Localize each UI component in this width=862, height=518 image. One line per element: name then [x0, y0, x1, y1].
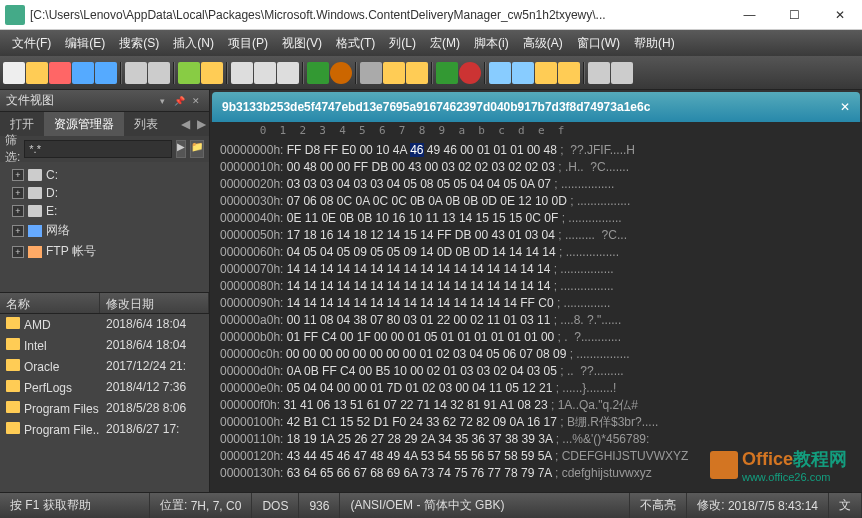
sidebar-tab[interactable]: 资源管理器 — [44, 112, 124, 137]
list2-icon[interactable] — [254, 62, 276, 84]
minimize-button[interactable]: — — [727, 0, 772, 30]
hex-row[interactable]: 00000040h: 0E 11 0E 0B 0B 10 16 10 11 13… — [220, 210, 852, 227]
print-icon[interactable] — [125, 62, 147, 84]
hex-row[interactable]: 000000b0h: 01 FF C4 00 1F 00 00 01 05 01… — [220, 329, 852, 346]
filter-input[interactable] — [24, 140, 172, 158]
hex-row[interactable]: 00000020h: 03 03 03 04 03 03 04 05 08 05… — [220, 176, 852, 193]
hex-row[interactable]: 00000000h: FF D8 FF E0 00 10 4A 46 49 46… — [220, 142, 852, 159]
close-button[interactable]: ✕ — [817, 0, 862, 30]
play-icon[interactable] — [436, 62, 458, 84]
paste-icon[interactable] — [406, 62, 428, 84]
col-name[interactable]: 名称 — [0, 293, 100, 313]
t2-icon[interactable] — [512, 62, 534, 84]
hex-row[interactable]: 00000060h: 04 05 04 05 09 05 05 09 14 0D… — [220, 244, 852, 261]
line-icon[interactable] — [178, 62, 200, 84]
window-controls: — ☐ ✕ — [727, 0, 862, 30]
t5-icon[interactable] — [588, 62, 610, 84]
menu-item[interactable]: 项目(P) — [221, 35, 275, 52]
filter-go-icon[interactable]: ▶ — [176, 140, 186, 158]
panel-close-icon[interactable]: ✕ — [189, 94, 203, 108]
file-tab-label: 9b3133b253de5f4747ebd13e7695a9167462397d… — [222, 100, 650, 114]
rec-icon[interactable] — [459, 62, 481, 84]
watermark: Office教程网 www.office26.com — [710, 447, 847, 483]
toolbar — [0, 56, 862, 90]
hex-row[interactable]: 000000f0h: 31 41 06 13 51 61 07 22 71 14… — [220, 397, 852, 414]
t1-icon[interactable] — [489, 62, 511, 84]
list1-icon[interactable] — [231, 62, 253, 84]
tree-item[interactable]: +FTP 帐号 — [4, 241, 205, 262]
menu-item[interactable]: 编辑(E) — [58, 35, 112, 52]
menu-item[interactable]: 文件(F) — [5, 35, 58, 52]
menu-item[interactable]: 搜索(S) — [112, 35, 166, 52]
menu-item[interactable]: 高级(A) — [516, 35, 570, 52]
cut-icon[interactable] — [360, 62, 382, 84]
sidebar-tab[interactable]: 列表 — [124, 112, 168, 137]
filter-bar: 筛选: ▶ 📁 — [0, 136, 209, 162]
status-help: 按 F1 获取帮助 — [0, 493, 150, 518]
list-item[interactable]: Program Files2018/5/28 8:06 — [0, 398, 209, 419]
maximize-button[interactable]: ☐ — [772, 0, 817, 30]
t4-icon[interactable] — [558, 62, 580, 84]
tab-prev-icon[interactable]: ◀ — [177, 117, 193, 131]
new-icon[interactable] — [3, 62, 25, 84]
filter-browse-icon[interactable]: 📁 — [190, 140, 204, 158]
drive-tree[interactable]: +C:+D:+E:+网络+FTP 帐号 — [0, 162, 209, 292]
tab-next-icon[interactable]: ▶ — [193, 117, 209, 131]
file-list[interactable]: AMD2018/6/4 18:04Intel2018/6/4 18:04Orac… — [0, 314, 209, 492]
list-item[interactable]: Intel2018/6/4 18:04 — [0, 335, 209, 356]
hex-row[interactable]: 00000080h: 14 14 14 14 14 14 14 14 14 14… — [220, 278, 852, 295]
status-codepage: 936 — [299, 493, 340, 518]
col-date[interactable]: 修改日期 — [100, 293, 209, 313]
list3-icon[interactable] — [277, 62, 299, 84]
menu-item[interactable]: 视图(V) — [275, 35, 329, 52]
sidebar-tabs: 打开资源管理器列表◀▶ — [0, 112, 209, 136]
menu-item[interactable]: 列(L) — [382, 35, 423, 52]
save-icon[interactable] — [72, 62, 94, 84]
hex-row[interactable]: 00000110h: 18 19 1A 25 26 27 28 29 2A 34… — [220, 431, 852, 448]
preview-icon[interactable] — [148, 62, 170, 84]
tree-item[interactable]: +D: — [4, 184, 205, 202]
hex-row[interactable]: 00000030h: 07 06 08 0C 0A 0C 0C 0B 0A 0B… — [220, 193, 852, 210]
list-item[interactable]: Oracle2017/12/24 21: — [0, 356, 209, 377]
hex-row[interactable]: 000000e0h: 05 04 04 00 00 01 7D 01 02 03… — [220, 380, 852, 397]
app-icon — [5, 5, 25, 25]
file-tab[interactable]: 9b3133b253de5f4747ebd13e7695a9167462397d… — [212, 92, 860, 122]
menu-item[interactable]: 帮助(H) — [627, 35, 682, 52]
close-file-icon[interactable] — [49, 62, 71, 84]
menu-item[interactable]: 窗口(W) — [570, 35, 627, 52]
hex-row[interactable]: 00000070h: 14 14 14 14 14 14 14 14 14 14… — [220, 261, 852, 278]
menu-item[interactable]: 宏(M) — [423, 35, 467, 52]
status-modified: 修改: 2018/7/5 8:43:14 — [687, 493, 829, 518]
hex-icon[interactable] — [201, 62, 223, 84]
editor-area: 9b3133b253de5f4747ebd13e7695a9167462397d… — [210, 90, 862, 492]
hex-row[interactable]: 00000090h: 14 14 14 14 14 14 14 14 14 14… — [220, 295, 852, 312]
copy-icon[interactable] — [383, 62, 405, 84]
save-as-icon[interactable] — [95, 62, 117, 84]
status-encoding: (ANSI/OEM - 简体中文 GBK) — [340, 493, 630, 518]
hex-row[interactable]: 00000100h: 42 B1 C1 15 52 D1 F0 24 33 62… — [220, 414, 852, 431]
t3-icon[interactable] — [535, 62, 557, 84]
tree-item[interactable]: +C: — [4, 166, 205, 184]
hex-view[interactable]: 00000000h: FF D8 FF E0 00 10 4A 46 49 46… — [210, 140, 862, 492]
hex-row[interactable]: 000000c0h: 00 00 00 00 00 00 00 00 01 02… — [220, 346, 852, 363]
tree-item[interactable]: +网络 — [4, 220, 205, 241]
panel-menu-icon[interactable]: ▾ — [155, 94, 169, 108]
tree-item[interactable]: +E: — [4, 202, 205, 220]
hex-row[interactable]: 00000050h: 17 18 16 14 18 12 14 15 14 FF… — [220, 227, 852, 244]
menu-item[interactable]: 格式(T) — [329, 35, 382, 52]
hex-row[interactable]: 00000010h: 00 48 00 00 FF DB 00 43 00 03… — [220, 159, 852, 176]
tab-close-icon[interactable]: ✕ — [840, 100, 850, 114]
hex-row[interactable]: 000000d0h: 0A 0B FF C4 00 B5 10 00 02 01… — [220, 363, 852, 380]
circle-icon[interactable] — [330, 62, 352, 84]
status-filetype: 文 — [829, 493, 862, 518]
menu-item[interactable]: 脚本(i) — [467, 35, 516, 52]
panel-pin-icon[interactable]: 📌 — [172, 94, 186, 108]
hex-row[interactable]: 000000a0h: 00 11 08 04 38 07 80 03 01 22… — [220, 312, 852, 329]
menu-item[interactable]: 插入(N) — [166, 35, 221, 52]
open-icon[interactable] — [26, 62, 48, 84]
web-icon[interactable] — [307, 62, 329, 84]
list-item[interactable]: Program File...2018/6/27 17: — [0, 419, 209, 440]
list-item[interactable]: AMD2018/6/4 18:04 — [0, 314, 209, 335]
t6-icon[interactable] — [611, 62, 633, 84]
list-item[interactable]: PerfLogs2018/4/12 7:36 — [0, 377, 209, 398]
